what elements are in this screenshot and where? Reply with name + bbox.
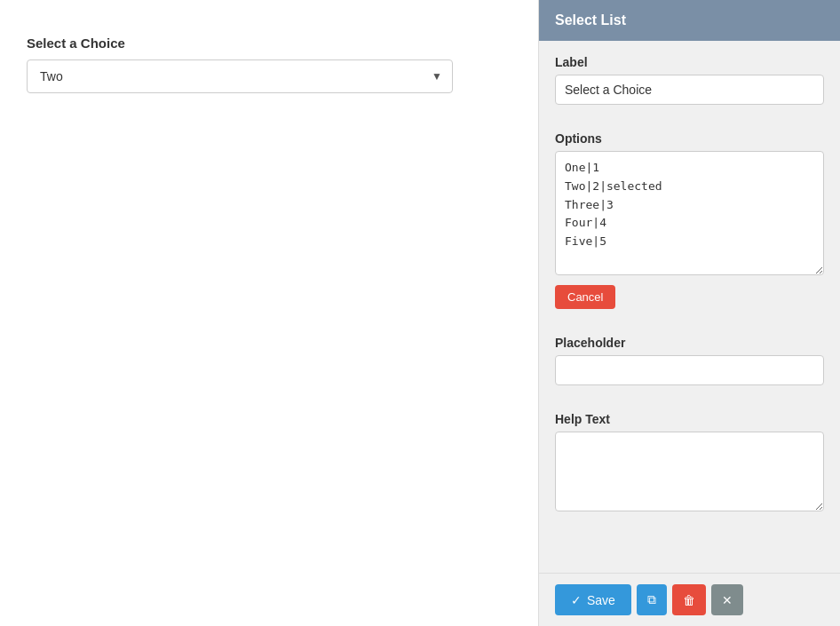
options-section: Options One|1 Two|2|selected Three|3 Fou…	[555, 131, 824, 323]
field-label: Select a Choice	[27, 36, 511, 51]
options-textarea[interactable]: One|1 Two|2|selected Three|3 Four|4 Five…	[555, 151, 824, 275]
choice-select[interactable]: One Two Three Four Five	[27, 59, 453, 93]
placeholder-input[interactable]	[555, 355, 824, 385]
panel-body: Label Options One|1 Two|2|selected Three…	[539, 41, 840, 573]
left-panel: Select a Choice One Two Three Four Five …	[0, 0, 538, 626]
save-button[interactable]: ✓ Save	[555, 584, 631, 615]
right-panel: Select List Label Options One|1 Two|2|se…	[538, 0, 840, 626]
close-button[interactable]: ✕	[711, 584, 743, 615]
help-text-section: Help Text	[555, 412, 824, 528]
trash-icon: 🗑	[683, 593, 695, 607]
copy-button[interactable]: ⧉	[637, 584, 667, 615]
check-icon: ✓	[571, 593, 582, 607]
select-wrapper: One Two Three Four Five ▼	[27, 59, 453, 93]
label-input[interactable]	[555, 75, 824, 105]
label-section-title: Label	[555, 55, 824, 69]
help-text-section-title: Help Text	[555, 412, 824, 426]
cancel-button[interactable]: Cancel	[555, 285, 615, 309]
copy-icon: ⧉	[647, 592, 656, 606]
help-text-textarea[interactable]	[555, 432, 824, 511]
save-label: Save	[587, 593, 615, 607]
placeholder-section-title: Placeholder	[555, 336, 824, 350]
action-bar: ✓ Save ⧉ 🗑 ✕	[539, 573, 840, 626]
placeholder-section: Placeholder	[555, 336, 824, 400]
close-icon: ✕	[722, 593, 733, 607]
panel-title: Select List	[539, 0, 840, 41]
label-section: Label	[555, 55, 824, 119]
options-section-title: Options	[555, 131, 824, 146]
delete-button[interactable]: 🗑	[672, 584, 706, 615]
